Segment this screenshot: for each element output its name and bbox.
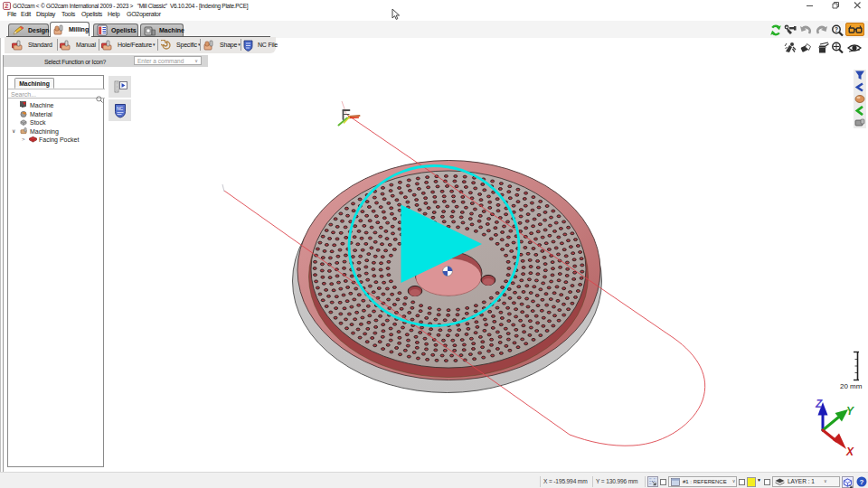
svg-text:?: ?	[860, 478, 864, 486]
svg-text:?: ?	[835, 26, 838, 33]
svg-text:Y: Y	[846, 405, 854, 418]
svg-text:20 mm: 20 mm	[840, 382, 863, 390]
svg-text:X: X	[845, 446, 854, 458]
svg-text:NC: NC	[117, 106, 124, 111]
svg-text:2: 2	[5, 3, 8, 9]
svg-text:Z: Z	[815, 398, 823, 410]
